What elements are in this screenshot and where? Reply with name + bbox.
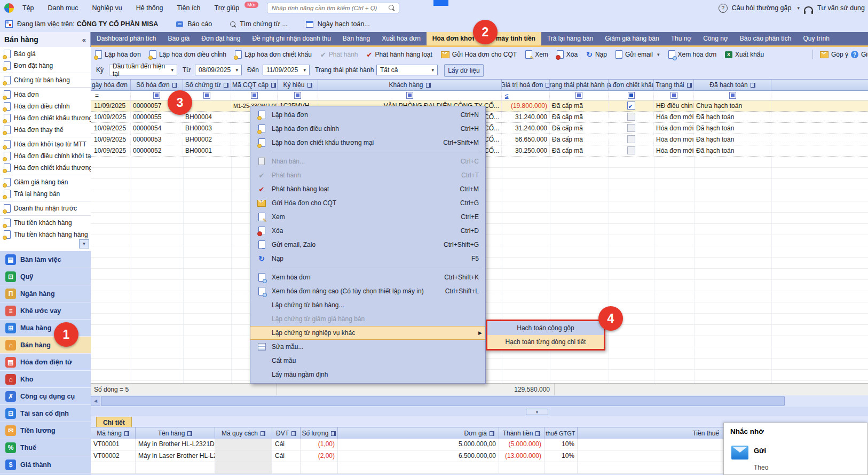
to-date-select[interactable]: 11/09/2025▾ — [263, 65, 310, 75]
module-hoa-don-dien-tu[interactable]: ▤Hóa đơn điện tử — [0, 354, 91, 371]
pin-icon[interactable] — [291, 431, 296, 436]
tab-tra-lai-hang-ban[interactable]: Trả lại hàng bán — [541, 32, 599, 45]
module-tai-san-co-dinh[interactable]: ⊟Tài sản cố định — [0, 405, 91, 422]
create-invoice-button[interactable]: Lập hóa đơn — [95, 50, 141, 59]
sidebar-item-tra-lai-hang-ban[interactable]: Trả lại hàng bán — [0, 188, 91, 200]
filter-ky-hieu[interactable] — [278, 91, 318, 100]
pin-icon[interactable] — [172, 83, 177, 88]
tab-ban-hang[interactable]: Bán hàng — [337, 32, 376, 45]
discount-checkbox[interactable] — [627, 135, 635, 143]
menu-tro-giup[interactable]: Trợ giúp — [209, 4, 245, 12]
col-hoa-don-chiet-khau[interactable]: Hóa đơn chiết khấu — [609, 80, 654, 90]
filter-trang-thai[interactable] — [654, 91, 694, 100]
sidebar-item-hoa-don-thay-the[interactable]: Hóa đơn thay thế — [0, 124, 91, 136]
sidebar-item-doanh-thu-nhan-truoc[interactable]: Doanh thu nhận trước — [0, 203, 91, 214]
chevron-down-icon[interactable]: ▾ — [797, 5, 800, 11]
send-invoice-cqt-button[interactable]: Gửi Hóa đơn cho CQT — [441, 51, 517, 58]
reload-button[interactable]: ↻Nạp — [586, 51, 607, 58]
menu-item-lay-mau-ngam-dinh[interactable]: Lấy mẫu ngầm định — [250, 368, 485, 381]
filter-extra[interactable]: ≤ — [771, 91, 868, 100]
menu-item-lap-chung-tu-ban-hang[interactable]: Lập chứng từ bán hàng... — [250, 298, 485, 312]
column-filter-icon[interactable] — [203, 92, 210, 99]
publish-batch-button[interactable]: ✔Phát hành hàng loạt — [367, 51, 432, 58]
col-ten-hang[interactable]: Tên hàng — [136, 427, 215, 439]
menu-nghiep-vu[interactable]: Nghiệp vụ — [87, 4, 128, 12]
col-ma-cqt-cap[interactable]: Mã CQT cấp — [231, 80, 278, 90]
tab-bao-gia[interactable]: Báo giá — [162, 32, 195, 45]
sidebar-item-hoa-don-dieu-chinh-khoi-tao[interactable]: Hóa đơn điều chỉnh khởi tạo... — [0, 150, 91, 162]
column-filter-icon[interactable] — [729, 92, 736, 99]
menu-danh-muc[interactable]: Danh mục — [43, 4, 84, 12]
pin-icon[interactable] — [271, 83, 276, 88]
filter-ma-cqt[interactable] — [231, 91, 278, 100]
col-ky-hieu[interactable]: Ký hiệu — [278, 80, 318, 90]
menu-item-nap[interactable]: ↻NạpF5 — [250, 252, 485, 266]
pin-icon[interactable] — [224, 83, 228, 88]
tab-xuat-hoa-don[interactable]: Xuất hóa đơn — [376, 32, 427, 45]
col-gia-tri-hoa-don[interactable]: Giá trị hoá đơn — [502, 80, 550, 90]
tab-giam-gia-hang-ban[interactable]: Giảm giá hàng bán — [599, 32, 665, 45]
from-date-select[interactable]: 08/09/2025▾ — [195, 65, 242, 75]
collapse-sidebar-icon[interactable]: « — [82, 36, 86, 44]
horizontal-scrollbar[interactable]: ◀ — [91, 395, 868, 407]
menu-he-thong[interactable]: Hệ thống — [131, 4, 169, 12]
tab-dashboard-phan-tich[interactable]: Dashboard phân tích — [91, 32, 162, 45]
filter-ngay-hoa-don[interactable]: = — [92, 91, 131, 100]
view-invoice-button[interactable]: Xem hóa đơn — [668, 50, 717, 59]
tab-don-dat-hang[interactable]: Đơn đặt hàng — [195, 32, 246, 45]
pin-icon[interactable] — [546, 83, 550, 88]
pin-icon[interactable] — [535, 431, 540, 436]
view-button[interactable]: Xem — [525, 50, 548, 59]
col-trang-thai[interactable]: Trạng thái — [654, 80, 694, 90]
module-ban-lam-viec[interactable]: ▤Bàn làm việc — [0, 251, 91, 268]
reminder-heading[interactable]: Gửi — [754, 447, 766, 455]
pane-splitter[interactable]: ▼ — [91, 407, 868, 416]
menu-item-xem-hoa-don[interactable]: Xem hóa đơnCtrl+Shift+K — [250, 270, 485, 284]
chevron-down-icon[interactable]: ▾ — [657, 52, 660, 57]
menu-item-lap-chung-tu-nghiep-vu-khac[interactable]: Lập chứng từ nghiệp vụ khác▶ — [250, 326, 485, 340]
filter-da-hach-toan[interactable] — [694, 91, 771, 100]
column-filter-icon[interactable] — [153, 92, 160, 99]
sidebar-scroll-down-button[interactable]: ▼ — [79, 239, 89, 248]
col-thanh-tien[interactable]: Thành tiền — [499, 427, 545, 439]
sidebar-item-thu-tien-khach-hang-hang[interactable]: Thu tiền khách hàng hàng — [0, 229, 91, 240]
collapse-pane-button[interactable]: ▼ — [526, 409, 548, 415]
col-so-chung-tu[interactable]: Số chứng từ — [183, 80, 231, 90]
report-button[interactable]: Báo cáo — [187, 20, 212, 28]
pin-icon[interactable] — [187, 431, 192, 436]
sidebar-item-giam-gia-hang-ban[interactable]: Giảm giá hàng bán — [0, 176, 91, 188]
sidebar-item-hoa-don-chiet-khau-2[interactable]: Hóa đơn chiết khấu thương... — [0, 162, 91, 174]
filter-gia-tri[interactable]: ≤ — [502, 91, 550, 100]
module-thue[interactable]: %Thuế — [0, 439, 91, 456]
discount-checkbox[interactable] — [627, 113, 635, 121]
col-da-hach-toan[interactable]: Đã hạch toán — [694, 80, 771, 90]
pin-icon[interactable] — [124, 431, 129, 436]
create-adjust-invoice-button[interactable]: Lập hóa đơn điều chỉnh — [149, 50, 226, 59]
tab-cong-no[interactable]: Công nợ — [697, 32, 734, 45]
discount-checkbox[interactable] — [627, 146, 635, 154]
feature-search-input[interactable] — [267, 3, 399, 13]
column-filter-icon[interactable] — [670, 92, 677, 99]
pin-icon[interactable] — [751, 83, 755, 88]
col-so-hoa-don[interactable]: Số hóa đơn — [131, 80, 183, 90]
help-button[interactable]: ?Giúp — [851, 51, 868, 58]
menu-tien-ich[interactable]: Tiện ích — [172, 4, 206, 12]
tab-de-nghi-ghi-nhan-doanh-thu[interactable]: Đề nghị ghi nhận doanh thu — [246, 32, 336, 45]
feedback-button[interactable]: Góp ý — [820, 51, 848, 58]
menu-item-xem[interactable]: XemCtrl+E — [250, 210, 485, 224]
menu-item-gui-email-zalo[interactable]: Gửi email, ZaloCtrl+Shift+G — [250, 238, 485, 252]
module-quy[interactable]: ⊡Quỹ — [0, 268, 91, 285]
module-tien-luong[interactable]: ✉Tiền lương — [0, 422, 91, 439]
menu-item-gui-hoa-don-cqt[interactable]: Gửi Hóa đơn cho CQTCtrl+G — [250, 196, 485, 210]
column-filter-icon[interactable] — [294, 92, 301, 99]
sidebar-item-bao-gia[interactable]: Báo giá — [0, 48, 91, 60]
column-filter-icon[interactable] — [628, 92, 635, 99]
discount-checkbox[interactable] — [627, 124, 635, 132]
send-email-button[interactable]: Gửi email▾ — [616, 50, 660, 59]
search-icon[interactable] — [389, 5, 394, 10]
tab-bao-cao-phan-tich[interactable]: Báo cáo phân tích — [734, 32, 798, 45]
col-don-gia[interactable]: Đơn giá — [338, 427, 499, 439]
menu-item-lap-hoa-don-chiet-khau[interactable]: Lập hóa đơn chiết khấu thương mạiCtrl+Sh… — [250, 136, 485, 150]
find-voucher-button[interactable]: Tìm chứng từ ... — [240, 20, 288, 28]
column-filter-icon[interactable] — [406, 92, 413, 99]
